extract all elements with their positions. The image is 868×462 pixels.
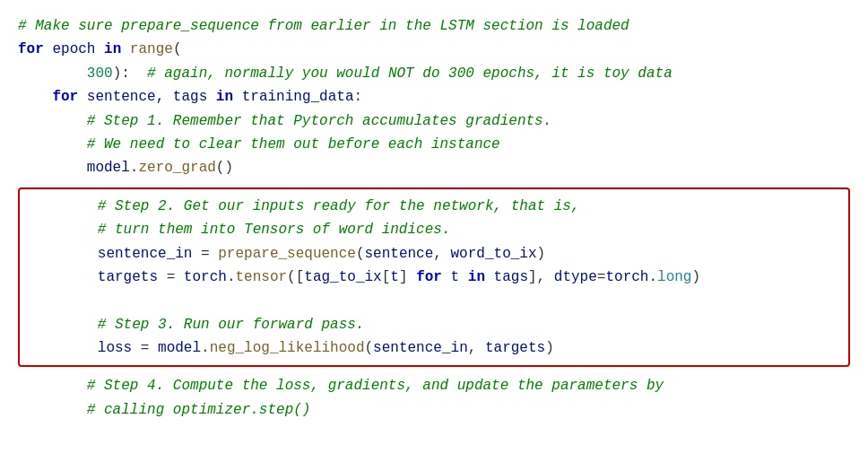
comment-300: # again, normally you would NOT do 300 e… — [147, 65, 673, 82]
var-model2: model — [158, 340, 201, 356]
var-t: t — [390, 269, 399, 285]
keyword-in: in — [104, 41, 121, 57]
num-300: 300 — [87, 65, 113, 82]
var-torch: torch — [184, 269, 227, 285]
var-tags: tags — [494, 269, 528, 285]
var-epoch: epoch — [52, 41, 95, 57]
comment-step4b: # calling optimizer.step() — [87, 402, 311, 418]
var-training-data: training_data — [242, 89, 354, 105]
var-t2: t — [451, 269, 460, 285]
highlighted-section: # Step 2. Get our inputs ready for the n… — [18, 187, 850, 368]
keyword-for2: for — [52, 89, 78, 105]
func-prepare-sequence: prepare_sequence — [218, 246, 356, 262]
code-block: # Make sure prepare_sequence from earlie… — [18, 14, 850, 422]
comment-step2b: # turn them into Tensors of word indices… — [98, 222, 451, 238]
comment-step2a: # Step 2. Get our inputs ready for the n… — [98, 198, 580, 214]
var-sentence-in: sentence_in — [98, 246, 193, 262]
func-neg-log-likelihood: neg_log_likelihood — [210, 340, 365, 356]
param-dtype: dtype — [554, 269, 597, 285]
param-word-to-ix: word_to_ix — [451, 246, 537, 262]
code-zero-grad: model — [87, 160, 130, 176]
var-sentence-tags: sentence, tags — [87, 89, 207, 105]
comment-step1a: # Step 1. Remember that Pytorch accumula… — [87, 113, 551, 129]
builtin-long: long — [657, 269, 691, 285]
func-range: range — [130, 41, 173, 57]
comment-step4a: # Step 4. Compute the loss, gradients, a… — [87, 378, 664, 394]
var-loss: loss — [98, 340, 132, 356]
comment-step3: # Step 3. Run our forward pass. — [98, 317, 365, 333]
var-targets: targets — [98, 269, 158, 285]
var-tag-to-ix: tag_to_ix — [304, 269, 381, 285]
func-zero-grad: zero_grad — [138, 160, 215, 176]
keyword-in3: in — [468, 269, 485, 285]
param-sentence-in: sentence_in — [373, 340, 468, 356]
var-torch2: torch — [605, 269, 648, 285]
param-targets: targets — [485, 340, 545, 356]
keyword-for3: for — [416, 269, 442, 285]
comment-step1b: # We need to clear them out before each … — [87, 136, 500, 153]
keyword-in2: in — [216, 89, 233, 105]
keyword-for: for — [18, 41, 44, 57]
func-tensor: tensor — [235, 269, 287, 285]
comment-lstm: # Make sure prepare_sequence from earlie… — [18, 18, 629, 34]
param-sentence: sentence — [365, 246, 434, 262]
